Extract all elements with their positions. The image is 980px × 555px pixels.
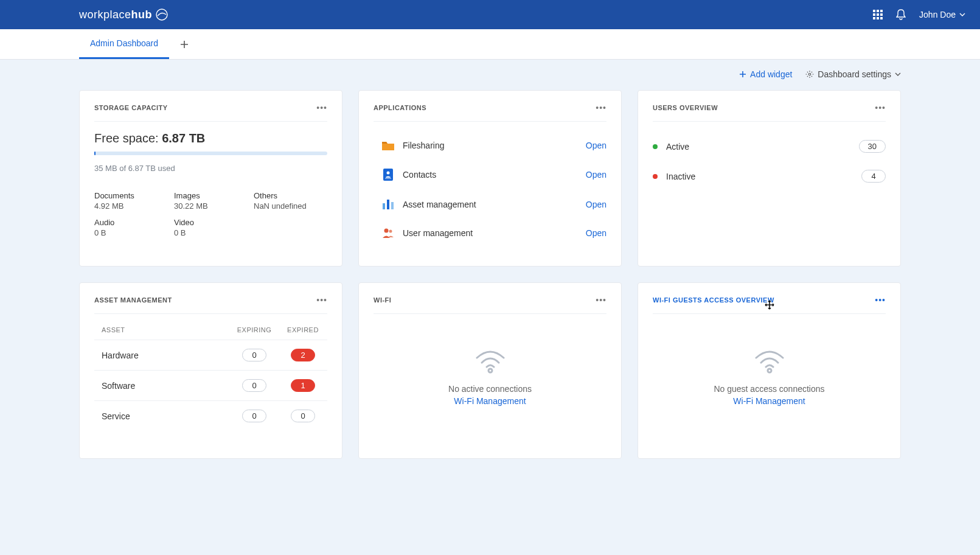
plus-icon — [739, 71, 746, 78]
asset-header-col: EXPIRING — [230, 326, 279, 333]
asset-management-widget: ASSET MANAGEMENT ••• ASSET EXPIRING EXPI… — [79, 282, 342, 459]
storage-item-label: Images — [174, 191, 248, 200]
svg-point-20 — [768, 369, 771, 372]
top-header: workplacehub John Doe — [0, 0, 980, 29]
asset-name: Software — [102, 381, 230, 391]
move-handle-icon[interactable] — [765, 300, 774, 312]
app-open-link[interactable]: Open — [586, 141, 606, 150]
widget-title: WI-FI GUESTS ACCESS OVERVIEW — [653, 296, 774, 304]
wifi-widget: WI-FI ••• No active connections Wi-Fi Ma… — [358, 282, 622, 459]
storage-item: Images 30.22 MB — [174, 191, 248, 211]
widget-menu-icon[interactable]: ••• — [596, 103, 606, 113]
storage-item-value: 4.92 MB — [94, 201, 168, 211]
widget-menu-icon[interactable]: ••• — [596, 295, 606, 305]
asset-row-software: Software 0 1 — [94, 370, 327, 400]
wifi-empty-message: No active connections — [448, 384, 532, 394]
app-name: Contacts — [403, 170, 586, 180]
svg-rect-9 — [880, 17, 883, 19]
bell-icon[interactable] — [896, 9, 906, 20]
storage-item-label: Others — [254, 191, 327, 200]
widget-menu-icon[interactable]: ••• — [316, 103, 327, 113]
contacts-icon — [374, 168, 403, 181]
svg-rect-2 — [877, 10, 879, 12]
storage-item-label: Audio — [94, 218, 168, 227]
users-icon — [374, 228, 403, 239]
svg-rect-3 — [880, 10, 883, 12]
svg-rect-6 — [880, 13, 883, 16]
storage-item: Video 0 B — [174, 218, 248, 237]
user-menu[interactable]: John Doe — [919, 10, 965, 19]
app-row-filesharing: Filesharing Open — [374, 131, 606, 159]
svg-rect-14 — [383, 203, 385, 209]
widget-title: WI-FI — [374, 296, 391, 304]
applications-widget: APPLICATIONS ••• Filesharing Open Contac… — [358, 90, 622, 267]
wifi-management-link[interactable]: Wi-Fi Management — [454, 396, 526, 406]
storage-free-value: 6.87 TB — [162, 131, 205, 145]
svg-rect-1 — [873, 10, 875, 12]
app-name: User management — [403, 228, 586, 238]
widget-title: STORAGE CAPACITY — [94, 104, 168, 111]
dashboard-toolbar: Add widget Dashboard settings — [0, 60, 980, 85]
apps-grid-icon[interactable] — [873, 10, 883, 19]
svg-rect-8 — [877, 17, 879, 19]
asset-name: Service — [102, 411, 230, 421]
storage-item: Others NaN undefined — [254, 191, 327, 211]
add-widget-label: Add widget — [750, 69, 792, 79]
brand-text-thin: workplace — [79, 9, 131, 21]
app-name: Asset management — [403, 200, 586, 209]
asset-expired-pill: 1 — [291, 379, 315, 392]
asset-header-col: EXPIRED — [279, 326, 327, 333]
users-overview-widget: USERS OVERVIEW ••• Active 30 Inactive 4 — [638, 90, 901, 267]
asset-row-hardware: Hardware 0 2 — [94, 340, 327, 370]
gear-icon — [805, 70, 814, 79]
asset-expiring-pill: 0 — [242, 410, 266, 422]
asset-expiring-pill: 0 — [242, 349, 266, 361]
svg-rect-4 — [873, 13, 875, 16]
users-active-row: Active 30 — [653, 131, 886, 161]
app-open-link[interactable]: Open — [586, 200, 606, 209]
svg-rect-13 — [385, 178, 391, 179]
widget-menu-icon[interactable]: ••• — [875, 295, 886, 305]
app-row-user-management: User management Open — [374, 219, 606, 247]
dashboard-settings-button[interactable]: Dashboard settings — [805, 69, 901, 79]
add-widget-button[interactable]: Add widget — [739, 69, 792, 79]
storage-free-label: Free space: — [94, 131, 162, 145]
wifi-empty-state: No active connections Wi-Fi Management — [374, 324, 606, 406]
storage-item-label: Documents — [94, 191, 168, 200]
svg-point-10 — [809, 73, 811, 75]
status-dot-inactive — [653, 174, 658, 179]
app-open-link[interactable]: Open — [586, 228, 606, 238]
storage-item-value: 0 B — [94, 228, 168, 237]
widget-menu-icon[interactable]: ••• — [875, 103, 886, 113]
storage-item: Documents 4.92 MB — [94, 191, 168, 211]
tab-bar: Admin Dashboard — [0, 29, 980, 60]
asset-expired-pill: 2 — [291, 349, 315, 361]
storage-capacity-widget: STORAGE CAPACITY ••• Free space: 6.87 TB… — [79, 90, 342, 267]
widget-title: APPLICATIONS — [374, 104, 426, 111]
user-count-pill: 30 — [859, 140, 886, 153]
app-row-asset-management: Asset management Open — [374, 190, 606, 219]
svg-rect-16 — [391, 202, 394, 209]
widget-menu-icon[interactable]: ••• — [316, 295, 327, 305]
svg-rect-5 — [877, 13, 879, 16]
tab-label: Admin Dashboard — [90, 38, 158, 48]
tab-admin-dashboard[interactable]: Admin Dashboard — [79, 29, 169, 59]
storage-item-label: Video — [174, 218, 248, 227]
asset-row-service: Service 0 0 — [94, 400, 327, 431]
storage-breakdown: Documents 4.92 MB Images 30.22 MB Others… — [94, 191, 327, 237]
brand-swirl-icon — [155, 7, 169, 22]
widget-title: ASSET MANAGEMENT — [94, 296, 172, 304]
storage-free-space: Free space: 6.87 TB — [94, 131, 327, 145]
app-open-link[interactable]: Open — [586, 170, 606, 180]
svg-rect-15 — [387, 200, 389, 209]
plus-icon — [180, 40, 189, 49]
app-row-contacts: Contacts Open — [374, 159, 606, 190]
wifi-guests-widget: WI-FI GUESTS ACCESS OVERVIEW ••• No gues… — [638, 282, 901, 459]
add-tab-button[interactable] — [169, 29, 200, 59]
storage-progress-bar — [94, 152, 327, 155]
status-dot-active — [653, 144, 658, 149]
folder-icon — [374, 140, 403, 151]
wifi-management-link[interactable]: Wi-Fi Management — [733, 396, 805, 406]
storage-item-value: 0 B — [174, 228, 248, 237]
wifi-icon — [473, 348, 507, 375]
